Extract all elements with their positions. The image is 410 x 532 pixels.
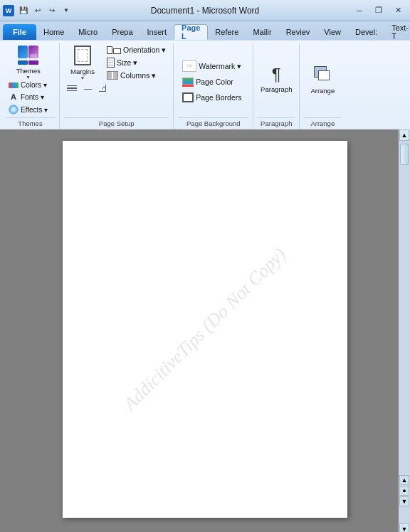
window-controls: ─ ❐ ✕	[350, 4, 407, 18]
colors-icon	[9, 83, 19, 88]
columns-icon	[107, 71, 118, 80]
paragraph-icon: ¶	[272, 66, 281, 83]
customize-quick-btn[interactable]: ▼	[60, 4, 73, 17]
effects-button[interactable]: Effects ▾	[6, 103, 51, 116]
themes-group-label: Themes	[6, 117, 55, 128]
expand-icon: ↗	[99, 85, 106, 92]
close-button[interactable]: ✕	[389, 4, 407, 18]
tab-page-layout[interactable]: Page L	[174, 24, 208, 40]
themes-sub-buttons: Colors ▾ A Fonts ▾ Effects ▾	[6, 80, 51, 116]
themes-icon-bottom	[18, 60, 38, 65]
effects-label: Effects ▾	[21, 106, 48, 114]
size-icon	[107, 58, 115, 68]
title-bar-left: W 💾 ↩ ↪ ▼	[3, 4, 73, 17]
page-borders-button[interactable]: Page Borders	[178, 90, 246, 105]
page-borders-icon	[182, 92, 194, 102]
arrange-button[interactable]: Arrange	[304, 60, 341, 99]
page-borders-label: Page Borders	[196, 93, 241, 102]
size-label: Size ▾	[117, 58, 137, 67]
tab-review[interactable]: Reviev	[279, 24, 317, 40]
themes-dropdown-arrow: ▼	[26, 75, 31, 80]
margins-button[interactable]: Margins ▼	[64, 43, 101, 82]
themes-group: Themes ▼ Colors ▾ A Fonts ▾ Effects ▾	[3, 43, 60, 129]
arrange-content: Arrange	[304, 43, 341, 116]
scroll-prev-page[interactable]: ▲	[399, 475, 409, 485]
page-color-label: Page Color	[196, 78, 233, 86]
redo-quick-btn[interactable]: ↪	[46, 4, 58, 17]
page-setup-group-label: Page Setup	[64, 117, 169, 128]
watermark-button[interactable]: W Watermark ▾	[178, 58, 246, 74]
watermark-text: AddicitiveTips (Do Not Copy)	[120, 244, 290, 415]
save-quick-btn[interactable]: 💾	[17, 4, 30, 17]
page-background-group: W Watermark ▾ Page Color Page Borders Pa…	[175, 43, 253, 129]
margins-icon	[74, 46, 91, 65]
fonts-icon: A	[9, 92, 19, 101]
document-area: AddicitiveTips (Do Not Copy) ▲ ▲ ● ▼ ▼	[0, 129, 410, 532]
ribbon-tab-bar: File Home Micro Prepa Insert Page L Refe…	[0, 21, 410, 40]
page-setup-expand-button[interactable]: ↗	[96, 83, 109, 93]
undo-quick-btn[interactable]: ↩	[31, 4, 44, 17]
page-setup-group: Margins ▼ Orientation ▾	[61, 43, 174, 129]
watermark-label: Watermark ▾	[199, 62, 241, 70]
colors-label: Colors ▾	[21, 81, 47, 89]
page-setup-bottom: — ↗	[64, 83, 109, 94]
colors-button[interactable]: Colors ▾	[6, 80, 51, 90]
orientation-label: Orientation ▾	[123, 46, 166, 54]
line-numbers-icon	[67, 84, 77, 92]
tab-home[interactable]: Home	[36, 24, 71, 40]
themes-group-content: Themes ▼ Colors ▾ A Fonts ▾ Effects ▾	[6, 43, 55, 116]
page-color-icon	[182, 78, 194, 87]
themes-label: Themes	[16, 67, 40, 75]
tab-insert[interactable]: Insert	[140, 24, 174, 40]
page-setup-top: Margins ▼ Orientation ▾	[64, 43, 169, 82]
page-color-button[interactable]: Page Color	[178, 75, 238, 89]
arrange-icon	[312, 65, 332, 85]
paragraph-label: Paragraph	[261, 85, 292, 93]
document-page: AddicitiveTips (Do Not Copy)	[63, 141, 347, 518]
tab-text-t[interactable]: Text-T	[384, 24, 410, 40]
margins-dropdown-arrow: ▼	[80, 75, 85, 80]
tab-file[interactable]: File	[3, 24, 36, 40]
title-bar: W 💾 ↩ ↪ ▼ Document1 - Microsoft Word ─ ❐…	[0, 0, 410, 21]
window-title: Document1 - Microsoft Word	[151, 6, 260, 16]
scroll-up-arrow[interactable]: ▲	[399, 129, 409, 141]
page-setup-right: Orientation ▾ Size ▾ Columns ▾	[104, 43, 169, 82]
arrange-label: Arrange	[310, 87, 335, 95]
paragraph-group-label: Paragraph	[258, 117, 295, 128]
tab-developer[interactable]: Devel:	[348, 24, 384, 40]
vertical-scrollbar[interactable]: ▲ ▲ ● ▼ ▼	[399, 129, 410, 532]
themes-button[interactable]: Themes ▼	[10, 43, 47, 82]
tab-view[interactable]: View	[317, 24, 348, 40]
tab-mailings[interactable]: Mailir	[246, 24, 278, 40]
ribbon-content: Themes ▼ Colors ▾ A Fonts ▾ Effects ▾	[0, 40, 410, 129]
scroll-next-page[interactable]: ▼	[399, 496, 409, 506]
hyphenation-icon: —	[84, 84, 92, 92]
columns-button[interactable]: Columns ▾	[104, 70, 169, 81]
page-background-content: W Watermark ▾ Page Color Page Borders	[178, 43, 248, 116]
scroll-down-arrow[interactable]: ▼	[399, 523, 409, 532]
margins-label: Margins	[70, 68, 95, 75]
paragraph-group: ¶ Paragraph Paragraph	[255, 43, 300, 129]
tab-micro[interactable]: Micro	[71, 24, 105, 40]
columns-label: Columns ▾	[120, 71, 156, 80]
line-numbers-button[interactable]	[64, 83, 80, 94]
orientation-button[interactable]: Orientation ▾	[104, 44, 169, 55]
restore-button[interactable]: ❐	[369, 4, 388, 18]
arrange-group-label: Arrange	[304, 117, 341, 128]
quick-access-toolbar: 💾 ↩ ↪ ▼	[17, 4, 73, 17]
fonts-button[interactable]: A Fonts ▾	[6, 91, 51, 102]
watermark-icon: W	[182, 60, 196, 72]
scroll-select-browse[interactable]: ●	[399, 486, 409, 496]
arrange-group: Arrange Arrange	[301, 43, 345, 129]
paragraph-button[interactable]: ¶ Paragraph	[258, 60, 295, 99]
scroll-thumb[interactable]	[400, 144, 409, 165]
word-icon: W	[3, 5, 14, 16]
minimize-button[interactable]: ─	[350, 4, 369, 18]
hyphenation-button[interactable]: —	[81, 83, 95, 94]
size-button[interactable]: Size ▾	[104, 56, 169, 69]
fonts-label: Fonts ▾	[21, 93, 44, 101]
scroll-btn-group: ▲ ● ▼	[399, 475, 409, 506]
tab-prepa[interactable]: Prepa	[105, 24, 140, 40]
themes-icon	[18, 46, 38, 58]
tab-references[interactable]: Refere	[208, 24, 246, 40]
